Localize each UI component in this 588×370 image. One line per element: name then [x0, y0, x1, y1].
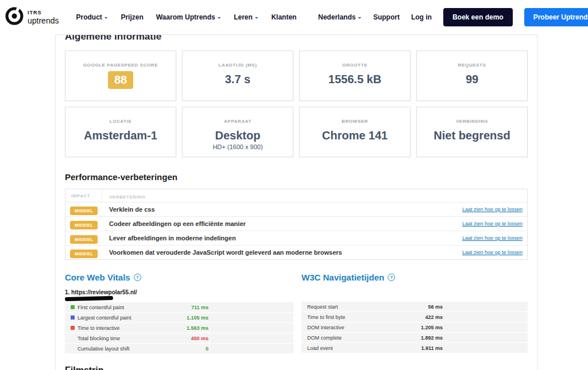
- support-label: Support: [373, 13, 400, 21]
- metric-location: LOCATIE Amsterdam-1: [65, 107, 176, 157]
- timing-value: 56 ms: [397, 304, 443, 310]
- nav-item-waarom-uptrends[interactable]: Waarom Uptrends ⌄: [156, 13, 221, 21]
- redaction-scribble: [65, 296, 113, 301]
- metric-device: APPARAAT Desktop HD+ (1600 x 900): [182, 107, 293, 157]
- vital-value: 1.563 ms: [163, 325, 208, 331]
- metric-value: 99: [417, 73, 527, 86]
- vital-label: Cumulative layout shift: [78, 346, 130, 352]
- fix-link[interactable]: Laat zien hoe op te lossen: [462, 250, 527, 255]
- metric-label: VERBINDING: [417, 119, 527, 124]
- metric-load-time: LAADTIJD (MS) 3.7 s: [182, 50, 293, 101]
- metric-pagespeed-score: GOOGLE PAGESPEED SCORE 88: [65, 50, 176, 101]
- core-web-vitals-title: Core Web Vitals: [65, 272, 130, 282]
- nav-label: Prijzen: [121, 13, 143, 21]
- metrics-grid: GOOGLE PAGESPEED SCORE 88 LAADTIJD (MS) …: [65, 50, 528, 157]
- timing-value: 422 ms: [397, 314, 443, 320]
- metric-value: Chrome 141: [300, 129, 410, 142]
- table-row: Time to first byte 422 ms: [301, 312, 528, 322]
- timing-label: DOM complete: [307, 335, 342, 341]
- info-icon[interactable]: ?: [134, 274, 141, 281]
- tested-url-text: 1. https://reviewpolar55.nl/: [65, 289, 137, 295]
- top-nav: ITRS uptrends Product ⌄ Prijzen Waarom U…: [0, 0, 588, 34]
- improvements-table: IMPACT VERBETERING MIDDEL Verklein de cs…: [65, 189, 528, 260]
- vital-label: Time to interactive: [78, 325, 119, 331]
- timing-label: Request start: [307, 304, 338, 310]
- try-uptrends-button[interactable]: Probeer Uptrends: [524, 8, 588, 26]
- logo-itrs: ITRS: [28, 10, 59, 15]
- table-row: Largest contentful paint 1.105 ms: [65, 313, 293, 322]
- metric-value: Amsterdam-1: [65, 129, 176, 142]
- tested-url: 1. https://reviewpolar55.nl/: [65, 289, 293, 295]
- chevron-down-icon: ⌄: [104, 14, 109, 20]
- book-demo-button[interactable]: Boek een demo: [443, 8, 513, 26]
- table-row: Time to interactive 1.563 ms: [65, 323, 293, 333]
- core-web-vitals-column: Core Web Vitals ? 1. https://reviewpolar…: [65, 272, 293, 354]
- metric-value: 1556.5 kB: [300, 73, 410, 86]
- w3c-table: Request start 56 ms Time to first byte 4…: [301, 302, 528, 353]
- uptrends-logo[interactable]: ITRS uptrends: [5, 6, 59, 28]
- fix-link[interactable]: Laat zien hoe op te lossen: [462, 235, 527, 241]
- improvement-text: Voorkomen dat verouderde JavaScript word…: [102, 249, 462, 256]
- table-row: MIDDEL Voorkomen dat verouderde JavaScri…: [65, 245, 527, 259]
- timing-label: Load event: [307, 345, 333, 351]
- vital-label: Total blocking time: [78, 336, 120, 341]
- timing-value: 1.892 ms: [397, 335, 443, 341]
- nav-item-support[interactable]: Support: [373, 13, 400, 21]
- chevron-down-icon: ⌄: [357, 14, 362, 20]
- improvement-text: Verklein de css: [102, 206, 462, 213]
- table-row: Load event 1.911 ms: [301, 343, 528, 353]
- fcp-marker-icon: [71, 305, 75, 309]
- metric-label: GOOGLE PAGESPEED SCORE: [65, 63, 176, 68]
- table-row: Cumulative layout shift 0: [65, 344, 293, 353]
- metric-sub-value: HD+ (1600 x 900): [183, 143, 293, 150]
- info-icon[interactable]: ?: [388, 274, 395, 281]
- improvements-title: Performance-verbeteringen: [65, 172, 528, 182]
- metric-value: Desktop: [183, 129, 293, 142]
- vital-value: 0: [163, 346, 208, 352]
- table-row: MIDDEL Verklein de css Laat zien hoe op …: [65, 202, 527, 216]
- table-row: First contentful paint 711 ms: [65, 302, 293, 312]
- col-verbetering: VERBETERING: [109, 194, 145, 200]
- fix-link[interactable]: Laat zien hoe op te lossen: [462, 207, 527, 212]
- impact-badge: MIDDEL: [70, 221, 98, 229]
- impact-badge: MIDDEL: [70, 250, 98, 258]
- nav-item-leren[interactable]: Leren ⌄: [234, 13, 258, 21]
- nav-right: Nederlands ⌄ Support Log in Boek een dem…: [318, 8, 588, 26]
- impact-badge: MIDDEL: [70, 235, 98, 244]
- table-row: MIDDEL Lever afbeeldingen in moderne ind…: [65, 231, 527, 245]
- vital-label: Largest contentful paint: [78, 315, 131, 321]
- metric-label: APPARAAT: [183, 119, 293, 124]
- chevron-down-icon: ⌄: [217, 14, 222, 20]
- nav-item-prijzen[interactable]: Prijzen: [121, 13, 143, 21]
- nav-item-klanten[interactable]: Klanten: [271, 13, 296, 21]
- metric-value: Niet begrensd: [417, 129, 527, 142]
- impact-badge: MIDDEL: [70, 207, 98, 215]
- results-card: Algemene informatie GOOGLE PAGESPEED SCO…: [55, 34, 537, 370]
- nav-label: Leren: [234, 13, 253, 21]
- language-selector[interactable]: Nederlands ⌄: [318, 13, 362, 21]
- logo-text: ITRS uptrends: [28, 10, 59, 25]
- nav-item-product[interactable]: Product ⌄: [76, 13, 108, 21]
- chevron-down-icon: ⌄: [254, 14, 259, 20]
- metric-label: BROWSER: [300, 119, 410, 124]
- metric-size: GROOTTE 1556.5 kB: [299, 50, 411, 101]
- vital-value: 450 ms: [163, 336, 208, 341]
- uptrends-logo-icon: [5, 6, 24, 28]
- pagespeed-score-badge: 88: [108, 71, 133, 89]
- metric-label: LAADTIJD (MS): [183, 63, 293, 68]
- table-row: MIDDEL Codeer afbeeldingen op een effici…: [65, 216, 527, 231]
- metric-connection: VERBINDING Niet begrensd: [416, 107, 528, 157]
- fix-link[interactable]: Laat zien hoe op te lossen: [462, 221, 527, 227]
- timing-value: 1.911 ms: [397, 345, 443, 351]
- language-label: Nederlands: [318, 13, 355, 21]
- tti-marker-icon: [71, 326, 75, 330]
- metric-browser: BROWSER Chrome 141: [299, 107, 411, 157]
- vitals-section: Core Web Vitals ? 1. https://reviewpolar…: [65, 272, 528, 354]
- table-row: Request start 56 ms: [301, 302, 528, 311]
- nav-label: Product: [76, 13, 102, 21]
- timing-value: 1.205 ms: [397, 325, 443, 330]
- lcp-marker-icon: [71, 316, 75, 320]
- login-link[interactable]: Log in: [411, 13, 432, 21]
- table-row: Total blocking time 450 ms: [65, 333, 293, 343]
- improvement-text: Lever afbeeldingen in moderne indelingen: [102, 235, 462, 242]
